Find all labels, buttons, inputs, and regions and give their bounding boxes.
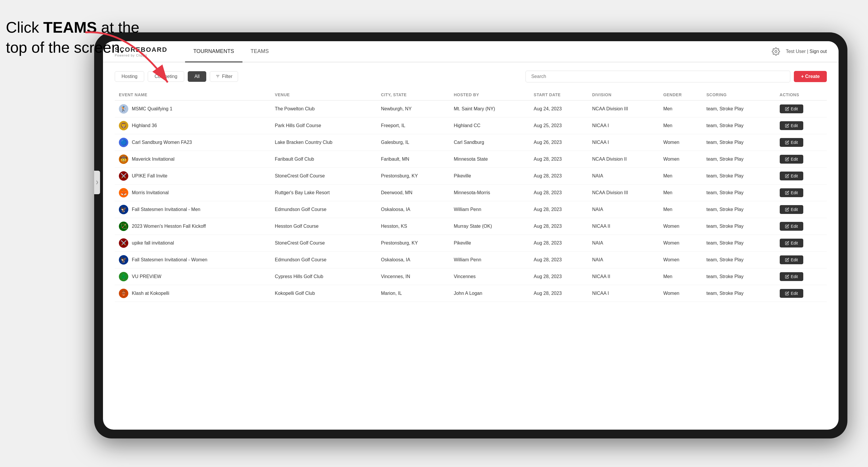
start-date-cell: Aug 28, 2023 [530, 285, 588, 302]
gear-icon[interactable] [772, 48, 780, 56]
search-input[interactable] [526, 71, 790, 83]
edit-button[interactable]: Edit [780, 289, 803, 298]
hosted-by-cell: William Penn [450, 201, 530, 218]
edit-button[interactable]: Edit [780, 272, 803, 281]
gender-cell: Women [659, 235, 702, 252]
edit-button[interactable]: Edit [780, 222, 803, 231]
city-state-cell: Marion, IL [377, 285, 450, 302]
venue-cell: Edmundson Golf Course [271, 252, 377, 268]
city-state-cell: Vincennes, IN [377, 268, 450, 285]
nav-user-text: Test User | Sign out [786, 49, 827, 54]
hosted-by-cell: Carl Sandburg [450, 134, 530, 151]
division-cell: NAIA [588, 168, 659, 185]
scoring-cell: team, Stroke Play [702, 268, 776, 285]
event-name-cell: 🏹 2023 Women's Hesston Fall Kickoff [115, 218, 271, 235]
venue-cell: StoneCrest Golf Course [271, 168, 377, 185]
event-name-cell: 🤠 Maverick Invitational [115, 151, 271, 168]
edit-button[interactable]: Edit [780, 188, 803, 197]
filter-icon-btn[interactable]: Filter [210, 71, 238, 82]
gender-cell: Men [659, 268, 702, 285]
hosted-by-cell: Vincennes [450, 268, 530, 285]
edit-button[interactable]: Edit [780, 138, 803, 147]
city-state-cell: Oskaloosa, IA [377, 201, 450, 218]
event-name: Klash at Kokopelli [132, 291, 169, 296]
actions-cell: Edit [776, 218, 827, 235]
hosted-by-cell: Mt. Saint Mary (NY) [450, 100, 530, 117]
edit-button[interactable]: Edit [780, 155, 803, 164]
venue-cell: StoneCrest Golf Course [271, 235, 377, 252]
edit-button[interactable]: Edit [780, 172, 803, 180]
arrow-indicator [71, 24, 188, 106]
tournaments-table: EVENT NAME VENUE CITY, STATE HOSTED BY S… [115, 89, 827, 302]
edit-button[interactable]: Edit [780, 239, 803, 247]
actions-cell: Edit [776, 151, 827, 168]
col-start-date: START DATE [530, 89, 588, 100]
event-name: Carl Sandburg Women FA23 [132, 140, 192, 145]
nav-bar: SCOREBOARD Powered by Clippit TOURNAMENT… [103, 41, 839, 62]
event-name: VU PREVIEW [132, 274, 161, 279]
main-content: Hosting Competing All Filter + Create [103, 62, 839, 430]
table-row: 🦅 Fall Statesmen Invitational - Men Edmu… [115, 201, 827, 218]
create-button[interactable]: + Create [794, 71, 827, 82]
city-state-cell: Oskaloosa, IA [377, 252, 450, 268]
scoring-cell: team, Stroke Play [702, 168, 776, 185]
pencil-icon [785, 157, 789, 161]
event-name: Fall Statesmen Invitational - Men [132, 207, 200, 212]
venue-cell: Cypress Hills Golf Club [271, 268, 377, 285]
edit-button[interactable]: Edit [780, 121, 803, 130]
venue-cell: The Powelton Club [271, 100, 377, 117]
scoring-cell: team, Stroke Play [702, 100, 776, 117]
pencil-icon [785, 208, 789, 212]
event-name: Maverick Invitational [132, 157, 175, 162]
pencil-icon [785, 241, 789, 245]
scoring-cell: team, Stroke Play [702, 185, 776, 201]
division-cell: NAIA [588, 252, 659, 268]
event-name-cell: 🦁 Highland 36 [115, 117, 271, 134]
event-name: upike fall invitational [132, 241, 174, 246]
event-name: Fall Statesmen Invitational - Women [132, 257, 208, 262]
table-row: 🔵 Carl Sandburg Women FA23 Lake Bracken … [115, 134, 827, 151]
edit-button[interactable]: Edit [780, 104, 803, 113]
actions-cell: Edit [776, 252, 827, 268]
event-name-cell: ⚔️ UPIKE Fall Invite [115, 168, 271, 185]
division-cell: NCAA Division III [588, 185, 659, 201]
city-state-cell: Galesburg, IL [377, 134, 450, 151]
search-wrapper [526, 71, 790, 83]
actions-cell: Edit [776, 134, 827, 151]
scoring-cell: team, Stroke Play [702, 252, 776, 268]
division-cell: NCAA Division III [588, 100, 659, 117]
actions-cell: Edit [776, 201, 827, 218]
actions-cell: Edit [776, 268, 827, 285]
sidebar-handle[interactable] [94, 171, 100, 194]
nav-teams[interactable]: TEAMS [243, 41, 277, 62]
all-filter-btn[interactable]: All [188, 71, 207, 82]
pencil-icon [785, 174, 789, 178]
division-cell: NICAA I [588, 285, 659, 302]
nav-tournaments[interactable]: TOURNAMENTS [185, 41, 243, 62]
pencil-icon [785, 258, 789, 262]
hosted-by-cell: Pikeville [450, 168, 530, 185]
hosted-by-cell: Minnesota State [450, 151, 530, 168]
team-logo: 🤠 [119, 155, 128, 164]
event-name-cell: 🦅 Fall Statesmen Invitational - Men [115, 201, 271, 218]
gender-cell: Men [659, 117, 702, 134]
pencil-icon [785, 291, 789, 295]
chevron-right-icon [96, 180, 99, 185]
team-logo: 🌲 [119, 272, 128, 281]
edit-button[interactable]: Edit [780, 255, 803, 264]
actions-cell: Edit [776, 117, 827, 134]
edit-button[interactable]: Edit [780, 205, 803, 214]
start-date-cell: Aug 28, 2023 [530, 268, 588, 285]
venue-cell: Ruttger's Bay Lake Resort [271, 185, 377, 201]
start-date-cell: Aug 26, 2023 [530, 134, 588, 151]
event-name-cell: 🦊 Morris Invitational [115, 185, 271, 201]
table-row: ⚔️ UPIKE Fall Invite StoneCrest Golf Cou… [115, 168, 827, 185]
venue-cell: Hesston Golf Course [271, 218, 377, 235]
filter-bar: Hosting Competing All Filter + Create [115, 71, 827, 83]
team-logo: 🦊 [119, 188, 128, 197]
start-date-cell: Aug 28, 2023 [530, 185, 588, 201]
venue-cell: Edmundson Golf Course [271, 201, 377, 218]
venue-cell: Faribault Golf Club [271, 151, 377, 168]
venue-cell: Lake Bracken Country Club [271, 134, 377, 151]
event-name-cell: 🏺 Klash at Kokopelli [115, 285, 271, 302]
